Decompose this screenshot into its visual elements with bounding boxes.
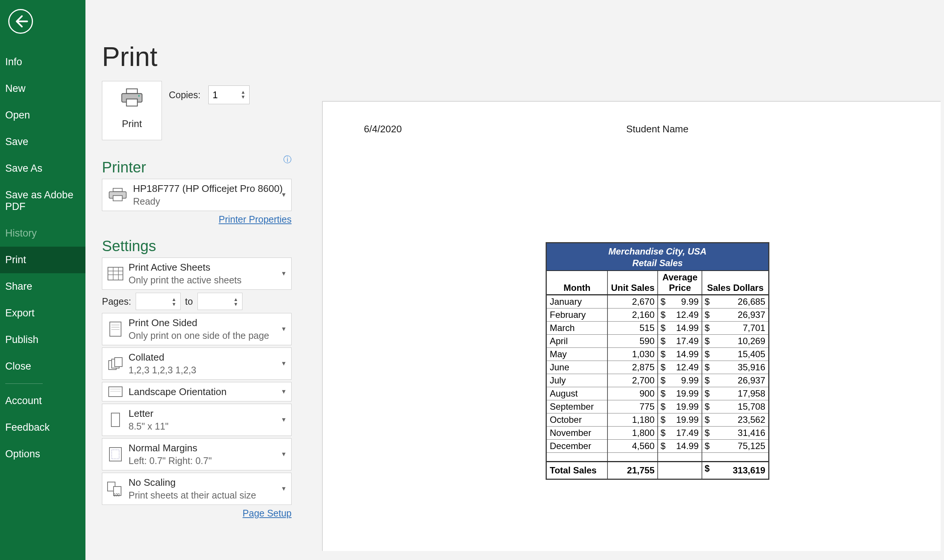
- landscape-icon: [102, 385, 129, 398]
- sidebar-item-options[interactable]: Options: [0, 441, 85, 468]
- table-row: October1,180$19.99$23,562: [547, 413, 768, 426]
- preview-sheet: Merchandise City, USA Retail Sales Month…: [546, 242, 769, 480]
- printer-device-icon: [102, 187, 133, 203]
- printer-info-icon[interactable]: ⓘ: [283, 154, 292, 165]
- table-row: September775$19.99$15,708: [547, 400, 768, 413]
- chevron-down-icon: ▼: [281, 485, 287, 492]
- margins-icon: [102, 446, 129, 463]
- total-row: Total Sales 21,755 $313,619: [547, 462, 768, 478]
- back-arrow-icon: [13, 14, 28, 29]
- sidebar-item-share[interactable]: Share: [0, 273, 85, 300]
- printer-icon: [102, 88, 161, 108]
- table-row: July2,700$9.99$26,937: [547, 374, 768, 387]
- page-icon: [102, 320, 129, 338]
- paper-size-dropdown[interactable]: Letter 8.5" x 11" ▼: [102, 404, 292, 436]
- copies-label: Copies:: [169, 89, 200, 100]
- pages-to-spinner[interactable]: ▲▼: [234, 294, 241, 310]
- print-button[interactable]: Print: [102, 81, 162, 140]
- svg-rect-18: [115, 358, 122, 366]
- sheets-icon: [102, 266, 129, 282]
- sidebar-item-export[interactable]: Export: [0, 300, 85, 326]
- table-row: December4,560$14.99$75,125: [547, 439, 768, 452]
- print-scope-dropdown[interactable]: Print Active Sheets Only print the activ…: [102, 257, 292, 290]
- printer-dropdown[interactable]: HP18F777 (HP Officejet Pro 8600) Ready ▼: [102, 179, 292, 211]
- table-row: May1,030$14.99$15,405: [547, 348, 768, 361]
- chevron-down-icon: ▼: [281, 451, 287, 458]
- sidebar-item-publish[interactable]: Publish: [0, 326, 85, 353]
- table-row: January2,670$9.99$26,685: [547, 295, 768, 308]
- orientation-dropdown[interactable]: Landscape Orientation ▼: [102, 382, 292, 402]
- margins-dropdown[interactable]: Normal Margins Left: 0.7" Right: 0.7" ▼: [102, 438, 292, 471]
- sidebar-item-info[interactable]: Info: [0, 49, 85, 75]
- collate-icon: [102, 356, 129, 371]
- sidebar-item-save[interactable]: Save: [0, 129, 85, 155]
- printer-properties-link[interactable]: Printer Properties: [218, 214, 292, 225]
- page-setup-link[interactable]: Page Setup: [243, 508, 292, 518]
- svg-rect-19: [109, 387, 122, 397]
- printer-heading: Printer: [102, 159, 146, 176]
- sidebar-item-feedback[interactable]: Feedback: [0, 414, 85, 441]
- sidebar-item-save-as[interactable]: Save As: [0, 155, 85, 182]
- sidebar-item-new[interactable]: New: [0, 75, 85, 102]
- table-row: February2,160$12.49$26,937: [547, 308, 768, 321]
- table-row: March515$14.99$7,701: [547, 321, 768, 334]
- settings-heading: Settings: [102, 238, 292, 254]
- back-button[interactable]: [8, 9, 33, 34]
- svg-rect-0: [126, 89, 137, 94]
- preview-author: Student Name: [626, 123, 689, 135]
- table-row: August900$19.99$17,958: [547, 387, 768, 400]
- chevron-down-icon: ▼: [281, 388, 287, 395]
- preview-date: 6/4/2020: [364, 123, 402, 135]
- svg-text:100: 100: [114, 493, 120, 497]
- paper-icon: [102, 412, 129, 428]
- table-row: April590$17.49$10,269: [547, 334, 768, 348]
- pages-to-label: to: [185, 296, 193, 307]
- chevron-down-icon: ▼: [281, 270, 287, 277]
- pages-range: Pages: ▲▼ to ▲▼: [102, 293, 292, 310]
- svg-rect-2: [126, 99, 137, 106]
- sheet-table: Month Unit Sales AveragePrice Sales Doll…: [547, 271, 768, 478]
- page-title: Print: [102, 41, 944, 72]
- sidebar-item-account[interactable]: Account: [0, 388, 85, 414]
- svg-rect-4: [113, 189, 123, 192]
- print-preview: 6/4/2020 Student Name Merchandise City, …: [322, 101, 941, 551]
- duplex-dropdown[interactable]: Print One Sided Only print on one side o…: [102, 313, 292, 345]
- sheet-title-banner: Merchandise City, USA Retail Sales: [547, 243, 768, 271]
- printer-status: Ready: [133, 196, 283, 207]
- collate-dropdown[interactable]: Collated 1,2,3 1,2,3 1,2,3 ▼: [102, 348, 292, 380]
- backstage-sidebar: InfoNewOpenSaveSave AsSave as Adobe PDFH…: [0, 0, 85, 560]
- sidebar-item-close[interactable]: Close: [0, 353, 85, 380]
- chevron-down-icon: ▼: [281, 417, 287, 423]
- sidebar-item-print[interactable]: Print: [0, 247, 85, 273]
- sidebar-item-save-as-adobe-pdf[interactable]: Save as Adobe PDF: [0, 182, 85, 220]
- pages-from-spinner[interactable]: ▲▼: [172, 294, 179, 310]
- pages-label: Pages:: [102, 296, 131, 307]
- table-row: June2,875$12.49$35,916: [547, 361, 768, 374]
- svg-rect-6: [113, 196, 123, 201]
- svg-point-3: [138, 95, 140, 97]
- table-row: November1,800$17.49$31,416: [547, 426, 768, 439]
- svg-rect-7: [108, 267, 123, 280]
- sidebar-item-history: History: [0, 220, 85, 247]
- svg-rect-12: [110, 322, 121, 336]
- table-header-row: Month Unit Sales AveragePrice Sales Doll…: [547, 271, 768, 295]
- chevron-down-icon: ▼: [281, 192, 287, 198]
- chevron-down-icon: ▼: [281, 326, 287, 332]
- svg-rect-22: [111, 413, 120, 426]
- chevron-down-icon: ▼: [281, 360, 287, 367]
- sidebar-item-open[interactable]: Open: [0, 102, 85, 129]
- print-button-label: Print: [102, 118, 161, 130]
- copies-spinner[interactable]: ▲▼: [241, 86, 248, 103]
- scaling-dropdown[interactable]: 100 No Scaling Print sheets at their act…: [102, 473, 292, 505]
- printer-name: HP18F777 (HP Officejet Pro 8600): [133, 183, 283, 195]
- scaling-icon: 100: [102, 480, 129, 497]
